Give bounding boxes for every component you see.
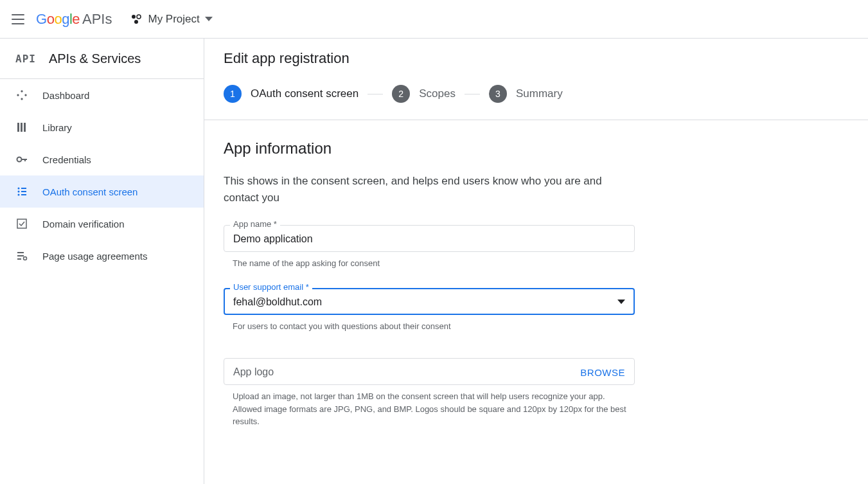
consent-icon bbox=[15, 185, 28, 198]
svg-rect-15 bbox=[17, 219, 26, 228]
field-hint: For users to contact you with questions … bbox=[224, 320, 635, 333]
step-label: Scopes bbox=[419, 87, 456, 100]
step-number: 3 bbox=[489, 85, 507, 103]
sidebar-item-label: Page usage agreements bbox=[42, 251, 147, 262]
settings-list-icon bbox=[15, 249, 28, 262]
sidebar-item-label: Credentials bbox=[42, 154, 91, 165]
app-name-field[interactable]: App name * Demo application The name of … bbox=[224, 225, 635, 270]
api-icon: API bbox=[15, 53, 36, 65]
step-divider bbox=[465, 94, 480, 94]
step-divider bbox=[368, 94, 383, 94]
step-scopes[interactable]: 2 Scopes bbox=[392, 85, 456, 103]
logo-suffix: APIs bbox=[82, 11, 112, 28]
top-bar: Google APIs My Project bbox=[0, 0, 868, 39]
stepper: 1 OAuth consent screen 2 Scopes 3 Summar… bbox=[224, 85, 849, 103]
browse-button[interactable]: BROWSE bbox=[580, 367, 625, 378]
support-email-field[interactable]: User support email * fehal@boldhut.com F… bbox=[224, 288, 635, 333]
google-apis-logo[interactable]: Google APIs bbox=[36, 11, 112, 28]
project-name: My Project bbox=[148, 13, 199, 26]
field-hint: Upload an image, not larger than 1MB on … bbox=[224, 390, 635, 428]
step-number: 1 bbox=[224, 85, 242, 103]
dashboard-icon bbox=[15, 89, 28, 102]
field-label: User support email * bbox=[230, 282, 312, 292]
check-box-icon bbox=[15, 217, 28, 230]
step-number: 2 bbox=[392, 85, 410, 103]
field-hint: The name of the app asking for consent bbox=[224, 257, 635, 270]
svg-rect-5 bbox=[24, 123, 26, 132]
sidebar-item-credentials[interactable]: Credentials bbox=[0, 143, 204, 175]
svg-point-0 bbox=[132, 15, 136, 19]
sidebar-item-library[interactable]: Library bbox=[0, 111, 204, 143]
sidebar-item-oauth-consent[interactable]: OAuth consent screen bbox=[0, 175, 204, 208]
step-summary[interactable]: 3 Summary bbox=[489, 85, 563, 103]
content: Edit app registration 1 OAuth consent sc… bbox=[204, 39, 868, 484]
menu-icon[interactable] bbox=[10, 12, 26, 27]
svg-point-19 bbox=[24, 257, 27, 260]
section-title: App information bbox=[224, 139, 840, 157]
sidebar-item-domain-verification[interactable]: Domain verification bbox=[0, 208, 204, 240]
step-label: Summary bbox=[516, 87, 563, 100]
app-name-input[interactable]: Demo application bbox=[233, 233, 625, 245]
app-logo-field[interactable]: App logo BROWSE Upload an image, not lar… bbox=[224, 358, 635, 428]
key-icon bbox=[15, 153, 28, 166]
sidebar-header[interactable]: API APIs & Services bbox=[0, 39, 204, 79]
svg-point-1 bbox=[137, 15, 141, 19]
step-oauth-consent[interactable]: 1 OAuth consent screen bbox=[224, 85, 359, 103]
sidebar-item-label: Domain verification bbox=[42, 219, 125, 229]
svg-rect-4 bbox=[21, 123, 22, 132]
svg-point-9 bbox=[18, 188, 20, 190]
field-label: App name * bbox=[230, 219, 280, 229]
sidebar-item-label: OAuth consent screen bbox=[42, 186, 137, 197]
svg-rect-3 bbox=[17, 123, 19, 132]
project-icon bbox=[130, 13, 143, 26]
library-icon bbox=[15, 121, 28, 134]
sidebar-item-page-usage[interactable]: Page usage agreements bbox=[0, 240, 204, 272]
chevron-down-icon bbox=[205, 17, 213, 21]
svg-point-2 bbox=[134, 20, 138, 24]
svg-point-6 bbox=[17, 157, 22, 162]
section-description: This shows in the consent screen, and he… bbox=[224, 173, 635, 206]
svg-point-11 bbox=[18, 194, 20, 196]
project-selector[interactable]: My Project bbox=[130, 13, 212, 26]
svg-point-10 bbox=[18, 191, 20, 193]
sidebar-item-label: Dashboard bbox=[42, 90, 89, 101]
chevron-down-icon bbox=[617, 300, 625, 304]
step-label: OAuth consent screen bbox=[251, 87, 359, 100]
sidebar: API APIs & Services Dashboard Library Cr… bbox=[0, 39, 204, 484]
sidebar-title: APIs & Services bbox=[49, 51, 141, 66]
support-email-select[interactable]: fehal@boldhut.com bbox=[233, 296, 617, 308]
sidebar-item-label: Library bbox=[42, 122, 72, 133]
app-logo-placeholder: App logo bbox=[233, 366, 274, 378]
sidebar-item-dashboard[interactable]: Dashboard bbox=[0, 79, 204, 111]
page-title: Edit app registration bbox=[224, 50, 849, 67]
